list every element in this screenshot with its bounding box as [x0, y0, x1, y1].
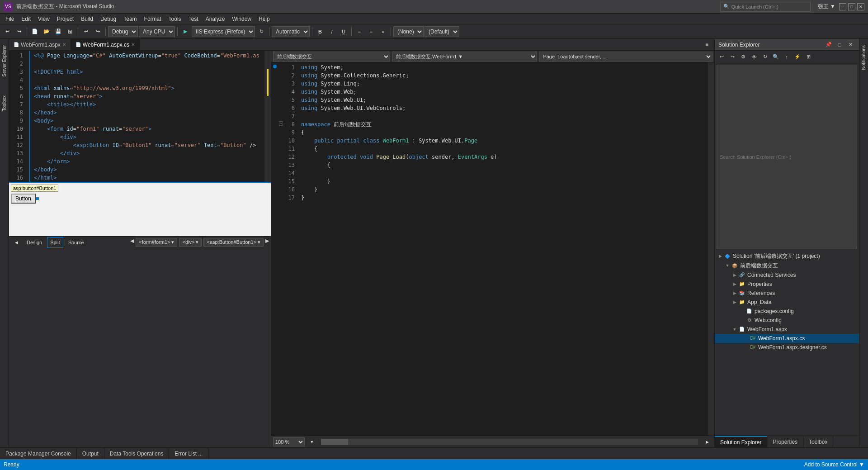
- tab-cs-close-icon[interactable]: ✕: [131, 42, 135, 47]
- tab-solution-explorer[interactable]: Solution Explorer: [715, 436, 767, 447]
- se-forward-button[interactable]: ↪: [727, 52, 737, 62]
- class-dropdown[interactable]: 前后端数据交互.WebForm1 ▼: [392, 52, 537, 62]
- se-back-button[interactable]: ↩: [717, 52, 726, 62]
- namespace-dropdown[interactable]: 前后端数据交互: [273, 52, 390, 62]
- se-filter-button[interactable]: 🔍: [771, 52, 781, 62]
- iis-dropdown[interactable]: IIS Express (Firefox): [192, 26, 255, 37]
- server-explorer-icon[interactable]: Server Explorer: [1, 41, 8, 81]
- tab-data-tools[interactable]: Data Tools Operations: [104, 448, 170, 459]
- tab-webform1-aspx[interactable]: 📄 WebForm1.aspx ✕: [9, 39, 71, 50]
- save-all-button[interactable]: 🖫: [65, 26, 75, 37]
- menu-view[interactable]: View: [34, 15, 53, 23]
- tab-webform1-cs[interactable]: 📄 WebForm1.aspx.cs ✕: [71, 39, 140, 50]
- source-tab[interactable]: Source: [65, 237, 87, 248]
- tree-webconfig[interactable]: ⚙ Web.config: [715, 316, 859, 325]
- menu-test[interactable]: Test: [185, 15, 202, 23]
- open-button[interactable]: 📂: [41, 26, 52, 37]
- maximize-button[interactable]: □: [848, 3, 855, 10]
- tree-references[interactable]: ▶ 📚 References: [715, 289, 859, 298]
- right-scroll-right-btn[interactable]: ▶: [702, 437, 712, 447]
- debug-mode-dropdown[interactable]: Debug: [108, 26, 138, 37]
- underline-button[interactable]: U: [338, 26, 349, 37]
- forward-button[interactable]: ↪: [14, 26, 24, 37]
- right-hscrollbar[interactable]: [321, 439, 698, 445]
- menu-window[interactable]: Window: [228, 15, 255, 23]
- tree-webformcs[interactable]: C# WebForm1.aspx.cs: [715, 334, 859, 343]
- menu-help[interactable]: Help: [255, 15, 274, 23]
- left-code-content[interactable]: <%@ Page Language="C#" AutoEventWireup="…: [30, 51, 264, 182]
- menu-build[interactable]: Build: [77, 15, 97, 23]
- menu-analyze[interactable]: Analyze: [202, 15, 229, 23]
- left-scroll-btn[interactable]: ◀: [130, 238, 134, 247]
- tree-webform1-folder[interactable]: ▼ 📄 WebForm1.aspx: [715, 325, 859, 334]
- zoom-dropdown-btn[interactable]: ▼: [307, 437, 317, 447]
- right-code-content[interactable]: using System; using System.Collections.G…: [297, 62, 708, 436]
- breadcrumb-button[interactable]: <asp:Button#Button1> ▾: [203, 238, 264, 247]
- se-refresh-button[interactable]: ↻: [760, 52, 770, 62]
- toolbox-icon[interactable]: Toolbox: [1, 91, 8, 115]
- auto-dropdown[interactable]: Automatic: [272, 26, 310, 37]
- new-project-button[interactable]: 📄: [29, 26, 40, 37]
- close-button[interactable]: ✕: [857, 3, 864, 10]
- tree-project[interactable]: ▼ 📦 前后端数据交互: [715, 261, 859, 271]
- bold-button[interactable]: B: [315, 26, 326, 37]
- undo-button[interactable]: ↩: [80, 26, 91, 37]
- design-button[interactable]: Button: [11, 194, 36, 204]
- se-collapse-button[interactable]: ↑: [782, 52, 792, 62]
- refresh-button[interactable]: ↻: [256, 26, 267, 37]
- design-tab[interactable]: Design: [24, 237, 45, 248]
- right-scroll-btn[interactable]: ▶: [265, 238, 269, 247]
- tree-solution[interactable]: ▶ 🔷 Solution '前后端数据交互' (1 project): [715, 252, 859, 261]
- split-tab[interactable]: Split: [47, 237, 63, 248]
- align-center-button[interactable]: ≡: [366, 26, 377, 37]
- se-show-all-button[interactable]: 👁: [749, 52, 759, 62]
- se-pending-button[interactable]: ⚡: [793, 52, 802, 62]
- align-left-button[interactable]: ≡: [354, 26, 365, 37]
- tab-package-manager[interactable]: Package Manager Console: [0, 448, 77, 459]
- tab-output[interactable]: Output: [77, 448, 104, 459]
- menu-team[interactable]: Team: [120, 15, 140, 23]
- back-button[interactable]: ↩: [2, 26, 13, 37]
- right-scrollbar[interactable]: [708, 62, 714, 436]
- more-toolbar-button[interactable]: »: [377, 26, 388, 37]
- minimize-button[interactable]: ─: [839, 3, 846, 10]
- right-hscroll-thumb[interactable]: [321, 439, 348, 445]
- tab-toolbox[interactable]: Toolbox: [803, 436, 833, 447]
- tab-properties[interactable]: Properties: [767, 436, 803, 447]
- menu-edit[interactable]: Edit: [18, 15, 34, 23]
- tree-connected-services[interactable]: ▶ 🔗 Connected Services: [715, 271, 859, 280]
- save-button[interactable]: 💾: [53, 26, 64, 37]
- tree-webformdesigner[interactable]: C# WebForm1.aspx.designer.cs: [715, 343, 859, 352]
- solution-search-input[interactable]: [717, 65, 857, 249]
- tree-packages[interactable]: 📄 packages.config: [715, 307, 859, 316]
- left-editor-content[interactable]: 12345 678910 1112131415 1617 <%@ Page La…: [9, 51, 271, 182]
- menu-debug[interactable]: Debug: [97, 15, 120, 23]
- se-properties-button[interactable]: ⚙: [738, 52, 748, 62]
- se-close-button[interactable]: ✕: [845, 40, 855, 50]
- method-dropdown[interactable]: Page_Load(object sender, ...: [539, 52, 712, 62]
- breadcrumb-form[interactable]: <form#form1> ▾: [136, 238, 177, 247]
- user-label[interactable]: 强王 ▼: [818, 3, 835, 10]
- tree-properties[interactable]: ▶ 📁 Properties: [715, 280, 859, 289]
- right-zoom-select[interactable]: 100 %: [273, 437, 305, 446]
- add-source-control[interactable]: Add to Source Control ▼: [804, 461, 864, 468]
- menu-format[interactable]: Format: [141, 15, 165, 23]
- run-button[interactable]: ▶: [180, 26, 191, 37]
- tab-error-list[interactable]: Error List ...: [169, 448, 208, 459]
- scroll-left-button[interactable]: ◀: [11, 237, 22, 248]
- italic-button[interactable]: I: [326, 26, 337, 37]
- se-float-button[interactable]: □: [835, 40, 844, 50]
- minus-8[interactable]: −: [278, 119, 283, 128]
- menu-file[interactable]: File: [2, 15, 18, 23]
- menu-project[interactable]: Project: [53, 15, 77, 23]
- tab-menu-button[interactable]: ≡: [702, 39, 712, 50]
- menu-tools[interactable]: Tools: [165, 15, 185, 23]
- se-pin-button[interactable]: 📌: [824, 40, 834, 50]
- breadcrumb-div[interactable]: <div> ▾: [179, 238, 202, 247]
- se-source-control-button[interactable]: ⊞: [803, 52, 813, 62]
- quick-launch[interactable]: 🔍 Quick Launch (Ctrl+;): [720, 2, 811, 12]
- redo-button[interactable]: ↪: [92, 26, 103, 37]
- notifications-icon[interactable]: Notifications: [860, 41, 867, 74]
- tab-close-icon[interactable]: ✕: [62, 42, 66, 47]
- cpu-dropdown[interactable]: Any CPU: [139, 26, 175, 37]
